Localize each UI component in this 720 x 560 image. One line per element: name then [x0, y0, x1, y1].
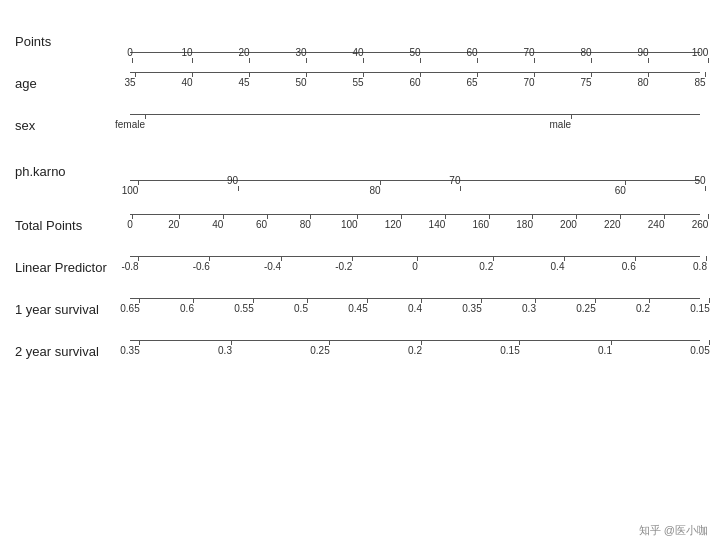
- tick: 55: [358, 72, 369, 88]
- tick: 0.25: [586, 298, 605, 314]
- tick-label: 0.5: [294, 303, 308, 314]
- total-points-label: Total Points: [0, 214, 130, 233]
- age-axis: 3540455055606570758085: [130, 72, 700, 104]
- tick-label: 0.05: [690, 345, 709, 356]
- tick: 80: [586, 47, 597, 63]
- tick: 0: [130, 47, 136, 63]
- tick-label: 10: [181, 47, 192, 58]
- tick: -0.6: [201, 256, 218, 272]
- tick: 70: [529, 72, 540, 88]
- tick: 10: [187, 47, 198, 63]
- tick-label: 180: [516, 219, 533, 230]
- tick: 0.2: [643, 298, 657, 314]
- tick-label: 0.4: [551, 261, 565, 272]
- tick: 50: [700, 175, 711, 191]
- tick: 65: [472, 72, 483, 88]
- tick: 160: [481, 214, 498, 230]
- tick: 90: [643, 47, 654, 63]
- tick: 20: [244, 47, 255, 63]
- 2year-survival-row: 2 year survival 0.350.30.250.20.150.10.0…: [0, 340, 720, 372]
- tick: 0.25: [320, 340, 339, 356]
- tick: 0.65: [130, 298, 149, 314]
- tick: 0.6: [629, 256, 643, 272]
- tick: 100: [130, 180, 147, 196]
- tick-label: 60: [409, 77, 420, 88]
- tick: 50: [415, 47, 426, 63]
- tick-label: 60: [256, 219, 267, 230]
- tick-label: 100: [122, 185, 139, 196]
- tick-label: 65: [466, 77, 477, 88]
- tick: 40: [358, 47, 369, 63]
- tick: 90: [233, 175, 244, 191]
- tick-label: 0.35: [462, 303, 481, 314]
- tick-label: 90: [227, 175, 238, 186]
- total-points-row: Total Points 020406080100120140160180200…: [0, 214, 720, 246]
- tick: 30: [301, 47, 312, 63]
- tick-label: 0: [127, 47, 133, 58]
- 2year-survival-label: 2 year survival: [0, 340, 130, 359]
- tick: -0.2: [344, 256, 361, 272]
- tick-label: female: [115, 119, 145, 130]
- tick-label: 50: [694, 175, 705, 186]
- tick-label: 0.3: [522, 303, 536, 314]
- tick-label: 0.1: [598, 345, 612, 356]
- tick-label: 40: [212, 219, 223, 230]
- tick: 200: [568, 214, 585, 230]
- linear-predictor-axis: -0.8-0.6-0.4-0.200.20.40.60.8: [130, 256, 700, 288]
- tick: 120: [393, 214, 410, 230]
- tick-label: -0.4: [264, 261, 281, 272]
- sex-row: sex femalemale: [0, 114, 720, 150]
- tick: 70: [455, 175, 466, 191]
- tick: 100: [700, 47, 717, 63]
- tick: 0.05: [700, 340, 719, 356]
- chart-container: Points 0102030405060708090100 age 354045…: [0, 10, 720, 550]
- tick: 75: [586, 72, 597, 88]
- tick: 40: [187, 72, 198, 88]
- tick-label: 0.15: [690, 303, 709, 314]
- tick: 140: [437, 214, 454, 230]
- tick: 60: [620, 180, 631, 196]
- tick: 0.45: [358, 298, 377, 314]
- phkarno-axis: 9070501008060: [130, 160, 700, 204]
- tick-label: 20: [238, 47, 249, 58]
- tick-label: -0.8: [121, 261, 138, 272]
- tick-label: 70: [523, 77, 534, 88]
- tick: 60: [472, 47, 483, 63]
- tick: 0.15: [510, 340, 529, 356]
- tick-label: 60: [615, 185, 626, 196]
- tick: 0: [130, 214, 136, 230]
- tick: 0.1: [605, 340, 619, 356]
- tick: 0: [415, 256, 421, 272]
- tick-label: 200: [560, 219, 577, 230]
- tick-label: 80: [370, 185, 381, 196]
- phkarno-label: ph.karno: [0, 160, 130, 179]
- tick-label: 0.3: [218, 345, 232, 356]
- tick-label: 0.55: [234, 303, 253, 314]
- tick: 240: [656, 214, 673, 230]
- tick-label: -0.2: [335, 261, 352, 272]
- tick-label: 0.4: [408, 303, 422, 314]
- tick-label: 220: [604, 219, 621, 230]
- linear-predictor-label: Linear Predictor: [0, 256, 130, 275]
- tick: 0.8: [700, 256, 714, 272]
- tick: 80: [375, 180, 386, 196]
- linear-predictor-row: Linear Predictor -0.8-0.6-0.4-0.200.20.4…: [0, 256, 720, 288]
- tick-label: male: [550, 119, 572, 130]
- tick: 220: [612, 214, 629, 230]
- tick-label: 75: [580, 77, 591, 88]
- tick-label: 0.15: [500, 345, 519, 356]
- sex-axis: femalemale: [130, 114, 700, 150]
- tick-label: 80: [300, 219, 311, 230]
- tick: 100: [349, 214, 366, 230]
- tick-label: 0.2: [408, 345, 422, 356]
- tick-label: 100: [341, 219, 358, 230]
- tick: 0.3: [225, 340, 239, 356]
- tick: 20: [174, 214, 185, 230]
- total-points-axis: 020406080100120140160180200220240260: [130, 214, 700, 246]
- 2year-survival-axis: 0.350.30.250.20.150.10.05: [130, 340, 700, 372]
- phkarno-row: ph.karno 9070501008060: [0, 160, 720, 204]
- tick: female: [130, 114, 160, 130]
- tick: 0.3: [529, 298, 543, 314]
- tick-label: 0.2: [479, 261, 493, 272]
- tick: male: [560, 114, 582, 130]
